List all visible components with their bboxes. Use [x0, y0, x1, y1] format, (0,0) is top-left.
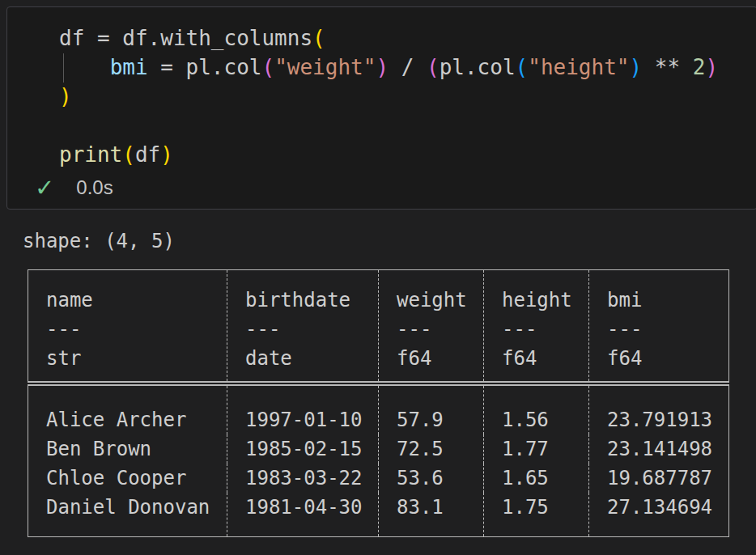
- execution-duration: 0.0s: [76, 176, 113, 199]
- code-token: "height": [528, 55, 629, 79]
- code-line[interactable]: ): [59, 82, 718, 111]
- table-cell: 1983-03-22: [227, 464, 379, 493]
- code-token: =: [148, 55, 186, 79]
- table-cell: 1981-04-30: [227, 493, 379, 537]
- table-cell: Ben Brown: [28, 434, 227, 464]
- table-cell: 1985-02-15: [227, 434, 379, 464]
- column-header: name---str: [28, 270, 227, 384]
- code-token: **: [642, 55, 693, 79]
- column-header: bmi---f64: [589, 270, 729, 384]
- code-token: "weight": [274, 55, 376, 79]
- table-header-row: name---strbirthdate---dateweight---f64he…: [28, 270, 729, 384]
- table-cell: 83.1: [379, 493, 484, 537]
- code-line[interactable]: [59, 111, 718, 140]
- table-cell: 1.75: [484, 493, 589, 537]
- code-token: [59, 55, 110, 79]
- table-row: Ben Brown1985-02-1572.51.7723.141498: [28, 434, 729, 464]
- table-cell: 1.56: [484, 383, 589, 434]
- table-row: Chloe Cooper1983-03-2253.61.6519.687787: [28, 464, 729, 493]
- table-cell: 57.9: [379, 383, 484, 434]
- code-token: (: [427, 55, 440, 79]
- code-line[interactable]: bmi = pl.col("weight") / (pl.col("height…: [59, 53, 718, 82]
- code-token: bmi: [110, 55, 148, 79]
- code-token: (: [122, 142, 135, 167]
- table-row: Alice Archer1997-01-1057.91.5623.791913: [28, 383, 729, 434]
- code-editor[interactable]: df = df.with_columns( bmi = pl.col("weig…: [59, 23, 718, 169]
- code-line[interactable]: df = df.with_columns(: [59, 23, 718, 53]
- code-token: ): [629, 55, 642, 79]
- code-cell[interactable]: df = df.with_columns( bmi = pl.col("weig…: [6, 6, 756, 210]
- code-token: ): [705, 55, 718, 79]
- shape-line: shape: (4, 5): [23, 227, 175, 256]
- column-header: birthdate---date: [227, 270, 379, 384]
- table-cell: Chloe Cooper: [28, 464, 227, 493]
- code-token: 2: [693, 55, 706, 79]
- code-line[interactable]: print(df): [59, 140, 718, 169]
- execution-status: ✓ 0.0s: [35, 173, 113, 202]
- code-token: df: [135, 142, 160, 167]
- table-cell: 23.791913: [589, 383, 729, 434]
- notebook-view: { "palette":{ "page_background":"#1f1f20…: [0, 0, 756, 555]
- code-token: print: [59, 142, 122, 167]
- table-cell: 1997-01-10: [227, 383, 379, 434]
- table-cell: 53.6: [379, 464, 484, 493]
- table-cell: 1.77: [484, 434, 589, 464]
- success-check-icon: ✓: [35, 176, 54, 200]
- code-token: (: [516, 55, 529, 79]
- dataframe-table: name---strbirthdate---dateweight---f64he…: [28, 269, 729, 537]
- code-token: (: [261, 55, 274, 79]
- code-token: /: [389, 55, 427, 79]
- table-cell: Daniel Donovan: [28, 493, 227, 537]
- table-cell: 23.141498: [589, 434, 729, 464]
- code-token: ): [160, 142, 173, 167]
- table-cell: 72.5: [379, 434, 484, 464]
- code-token: pl.col: [440, 55, 516, 79]
- table-cell: Alice Archer: [28, 383, 227, 434]
- table-cell: 1.65: [484, 464, 589, 493]
- code-token: ): [59, 84, 72, 108]
- table-cell: 19.687787: [589, 464, 729, 493]
- code-token: ): [376, 55, 389, 79]
- code-token: pl.col: [186, 55, 262, 79]
- column-header: weight---f64: [379, 270, 484, 384]
- table-row: Daniel Donovan1981-04-3083.11.7527.13469…: [28, 493, 729, 537]
- code-token: df = df.with_columns: [59, 26, 312, 50]
- table-cell: 27.134694: [589, 493, 729, 537]
- indent-guide: [63, 53, 64, 83]
- code-token: (: [312, 26, 325, 50]
- column-header: height---f64: [484, 270, 589, 384]
